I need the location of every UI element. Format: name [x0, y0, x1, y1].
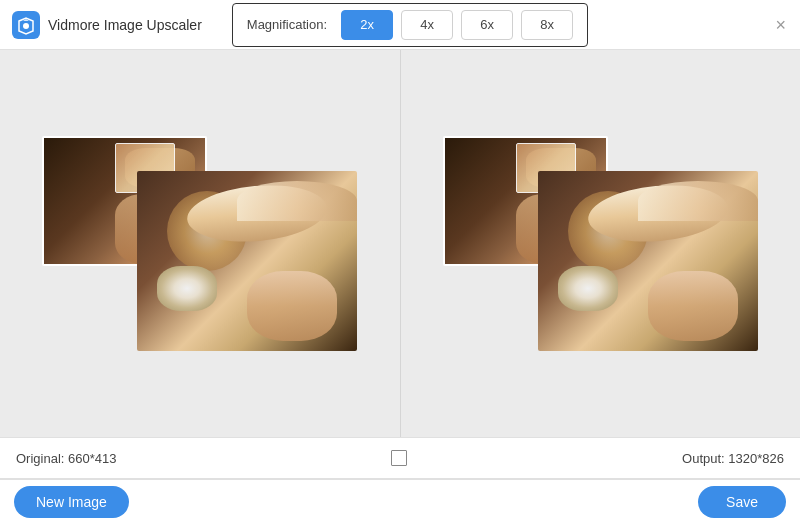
output-hat: [586, 180, 730, 247]
output-face: [648, 271, 738, 341]
mag-btn-2x[interactable]: 2x: [341, 10, 393, 40]
original-size-label: Original: 660*413: [16, 451, 116, 466]
svg-point-1: [23, 23, 29, 29]
bottom-bar: New Image Save: [0, 479, 800, 523]
original-hat: [185, 180, 329, 247]
main-content: [0, 50, 800, 437]
mag-btn-4x[interactable]: 4x: [401, 10, 453, 40]
status-bar: Original: 660*413 Output: 1320*826: [0, 437, 800, 479]
app-title: Vidmore Image Upscaler: [48, 17, 202, 33]
title-bar: Vidmore Image Upscaler Magnification: 2x…: [0, 0, 800, 50]
mag-btn-6x[interactable]: 6x: [461, 10, 513, 40]
app-logo: [12, 11, 40, 39]
output-flowers: [558, 266, 618, 311]
magnification-label: Magnification:: [247, 17, 327, 32]
original-photo-main: [137, 171, 357, 351]
mag-btn-8x[interactable]: 8x: [521, 10, 573, 40]
output-size-label: Output: 1320*826: [682, 451, 784, 466]
output-image-collage: [443, 136, 758, 351]
compare-icon: [391, 450, 407, 466]
original-face: [247, 271, 337, 341]
output-photo-main: [538, 171, 758, 351]
new-image-button[interactable]: New Image: [14, 486, 129, 518]
original-image-collage: [42, 136, 357, 351]
original-flowers: [157, 266, 217, 311]
close-button[interactable]: ×: [775, 16, 786, 34]
magnification-toolbar: Magnification: 2x 4x 6x 8x: [232, 3, 588, 47]
output-image-panel: [400, 50, 801, 437]
save-button[interactable]: Save: [698, 486, 786, 518]
original-image-panel: [0, 50, 400, 437]
